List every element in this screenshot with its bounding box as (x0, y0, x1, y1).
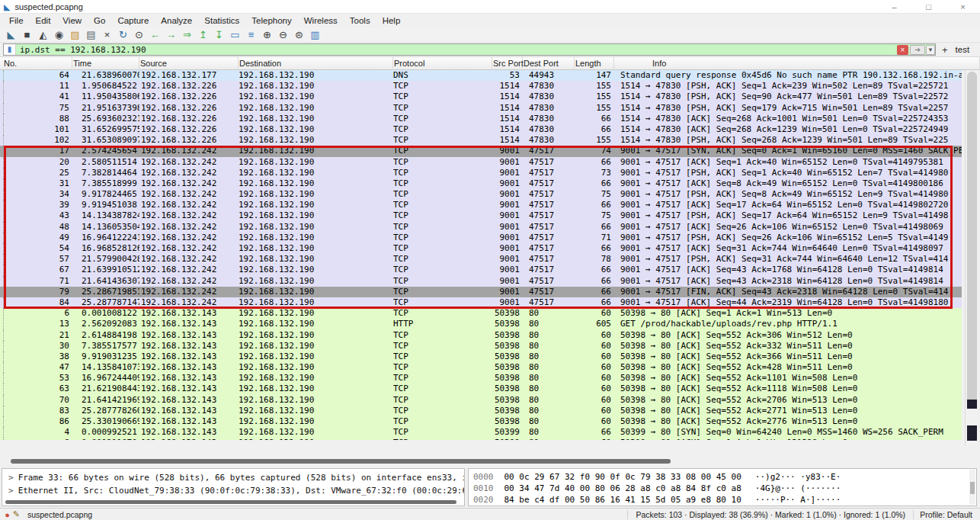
packet-list-scrollbar[interactable] (965, 70, 978, 446)
details-hscrollbar-thumb[interactable] (5, 500, 456, 504)
column-header-protocol[interactable]: Protocol (393, 57, 492, 70)
expert-info-icon[interactable]: ● (3, 509, 11, 520)
close-file-icon[interactable]: × (99, 28, 115, 42)
zoom-out-icon[interactable]: ⊖ (275, 28, 291, 42)
reload-file-icon[interactable]: ↻ (115, 28, 131, 42)
packet-row[interactable]: 5721.579900428192.168.132.242192.168.132… (0, 254, 962, 265)
menu-go[interactable]: Go (88, 14, 111, 27)
packet-list-hscrollbar[interactable] (0, 457, 980, 465)
packet-row[interactable]: 389.919031235192.168.132.143192.168.132.… (0, 351, 962, 362)
detail-tree-row[interactable]: >Frame 33: 66 bytes on wire (528 bits), … (2, 471, 464, 484)
column-header-src-port[interactable]: Src Port (492, 57, 523, 70)
packet-row[interactable]: 4314.134387824192.168.132.242192.168.132… (0, 210, 962, 221)
filter-add-button[interactable]: + (936, 44, 954, 56)
packet-row[interactable]: 7925.286719851192.168.132.242192.168.132… (0, 287, 962, 297)
go-first-icon[interactable]: ↥ (195, 28, 211, 42)
display-filter-field[interactable]: ▮ ip.dst == 192.168.132.190 × ➔ ▼ (3, 43, 936, 56)
column-header-no[interactable]: No. (0, 57, 72, 70)
close-button[interactable]: × (946, 0, 980, 14)
packet-row[interactable]: 132.562092083192.168.132.143192.168.132.… (0, 319, 962, 329)
capture-comment-icon[interactable]: ✎ (13, 509, 20, 519)
column-header-time[interactable]: Time (72, 57, 139, 70)
column-header-destination[interactable]: Destination (239, 57, 393, 70)
colorize-icon[interactable]: ≡ (243, 28, 259, 42)
restart-capture-icon[interactable]: ◭ (35, 28, 51, 42)
packet-row[interactable]: 4714.135841073192.168.132.143192.168.132… (0, 362, 962, 373)
menu-analyze[interactable]: Analyze (155, 14, 198, 27)
column-header-dest-port[interactable]: Dest Port (523, 57, 575, 70)
menu-capture[interactable]: Capture (111, 14, 155, 27)
packet-row[interactable]: 80.001211070192.168.132.143192.168.132.1… (0, 438, 962, 440)
expand-arrow-icon[interactable]: > (2, 473, 18, 483)
find-packet-icon[interactable]: ⊙ (131, 28, 147, 42)
packet-row[interactable]: 317.385518999192.168.132.242192.168.132.… (0, 178, 962, 189)
menu-tools[interactable]: Tools (344, 14, 376, 27)
zoom-in-icon[interactable]: ⊕ (259, 28, 275, 42)
packet-row[interactable]: 307.385517577192.168.132.143192.168.132.… (0, 341, 962, 351)
packet-row[interactable]: 202.580511514192.168.132.242192.168.132.… (0, 157, 962, 168)
bytes-pane-scrollbar[interactable] (969, 470, 975, 505)
packet-row[interactable]: 212.614884198192.168.132.143192.168.132.… (0, 330, 962, 341)
packet-row[interactable]: 4814.136053504192.168.132.242192.168.132… (0, 222, 962, 233)
go-back-icon[interactable]: ← (147, 28, 163, 42)
go-to-packet-icon[interactable]: ⇒ (179, 28, 195, 42)
stop-capture-icon[interactable]: ■ (19, 28, 35, 42)
zoom-reset-icon[interactable]: ⊜ (291, 28, 307, 42)
open-file-icon[interactable]: ▨ (67, 28, 83, 42)
packet-row[interactable]: 8825.693602321192.168.132.226192.168.132… (0, 114, 962, 124)
auto-scroll-icon[interactable]: ▭ (227, 28, 243, 42)
hex-row[interactable]: 002084 be c4 df 00 50 86 16 41 15 5d 05 … (473, 494, 976, 506)
display-filter-input[interactable]: ip.dst == 192.168.132.190 (16, 45, 897, 55)
packet-row[interactable]: 10131.652699575192.168.132.226192.168.13… (0, 124, 962, 135)
minimize-button[interactable]: – (877, 0, 911, 14)
capture-options-icon[interactable]: ◉ (51, 28, 67, 42)
packet-row[interactable]: 6321.621908443192.168.132.143192.168.132… (0, 384, 962, 394)
packet-row[interactable]: 5316.967244409192.168.132.143192.168.132… (0, 373, 962, 384)
menu-wireless[interactable]: Wireless (298, 14, 344, 27)
menu-edit[interactable]: Edit (30, 14, 57, 27)
packet-row[interactable]: 6421.638960070192.168.132.177192.168.132… (0, 70, 962, 81)
packet-row[interactable]: 399.919451038192.168.132.242192.168.132.… (0, 200, 962, 210)
hex-row[interactable]: 001000 34 47 7d 40 00 80 06 28 a8 c0 a8 … (473, 483, 976, 494)
maximize-button[interactable]: □ (911, 0, 946, 14)
detail-tree-row[interactable]: >Ethernet II, Src: CloudNet_79:38:33 (90… (2, 484, 464, 497)
filter-apply-icon[interactable]: ➔ (910, 45, 925, 55)
saved-filter-test-button[interactable]: test (954, 45, 976, 54)
packet-row[interactable]: 349.917824465192.168.132.242192.168.132.… (0, 189, 962, 200)
go-last-icon[interactable]: ↧ (211, 28, 227, 42)
packet-row[interactable]: 5416.968528126192.168.132.242192.168.132… (0, 243, 962, 254)
filter-clear-icon[interactable]: × (897, 45, 908, 55)
packet-row[interactable]: 7121.641436307192.168.132.242192.168.132… (0, 276, 962, 287)
packet-row[interactable]: 4111.950435806192.168.132.226192.168.132… (0, 91, 962, 102)
packet-row[interactable]: 8325.287778260192.168.132.143192.168.132… (0, 406, 962, 416)
column-header-source[interactable]: Source (139, 57, 239, 70)
packet-row[interactable]: 7021.641421969192.168.132.143192.168.132… (0, 395, 962, 406)
menu-help[interactable]: Help (376, 14, 407, 27)
hex-row[interactable]: 000000 0c 29 67 32 f0 90 0f 0c 79 38 33 … (473, 471, 976, 483)
column-header-info[interactable]: Info (614, 57, 980, 70)
start-capture-icon[interactable]: ◣ (3, 28, 19, 42)
save-file-icon[interactable]: ▤ (83, 28, 99, 42)
packet-row[interactable]: 10231.653089097192.168.132.226192.168.13… (0, 135, 962, 146)
packet-row[interactable]: 8425.287787147192.168.132.242192.168.132… (0, 297, 962, 308)
menu-file[interactable]: File (3, 14, 30, 27)
packet-row[interactable]: 172.574245654192.168.132.242192.168.132.… (0, 146, 962, 156)
hscrollbar-thumb[interactable] (11, 459, 671, 464)
go-forward-icon[interactable]: → (163, 28, 179, 42)
packet-row[interactable]: 8625.330190669192.168.132.143192.168.132… (0, 416, 962, 427)
menu-telephony[interactable]: Telephony (245, 14, 297, 27)
filter-dropdown-icon[interactable]: ▼ (926, 45, 935, 55)
packet-row[interactable]: 6721.639910512192.168.132.242192.168.132… (0, 265, 962, 275)
menu-view[interactable]: View (56, 14, 88, 27)
statusbar-profile[interactable]: Profile: Default (913, 510, 980, 519)
packet-row[interactable]: 257.382814464192.168.132.242192.168.132.… (0, 168, 962, 178)
packet-row[interactable]: 4916.964122241192.168.132.242192.168.132… (0, 233, 962, 243)
column-header-length[interactable]: Length (575, 57, 614, 70)
packet-row[interactable]: 40.000992521192.168.132.143192.168.132.1… (0, 427, 962, 438)
packet-row[interactable]: 7521.951637398192.168.132.226192.168.132… (0, 103, 962, 114)
bytes-scrollbar-thumb[interactable] (970, 482, 975, 494)
menu-statistics[interactable]: Statistics (198, 14, 245, 27)
scrollbar-thumb[interactable] (967, 72, 977, 407)
packet-row[interactable]: 111.950684522192.168.132.226192.168.132.… (0, 81, 962, 91)
expand-arrow-icon[interactable]: > (2, 486, 18, 496)
